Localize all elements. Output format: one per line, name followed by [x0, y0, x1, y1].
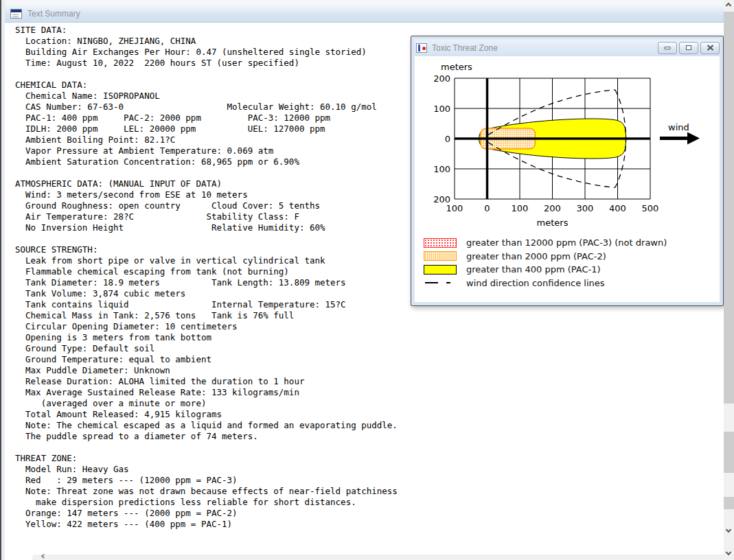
scroll-down-icon-outer[interactable]: [726, 550, 731, 555]
horizontal-scrollbar[interactable]: [32, 555, 724, 560]
plot-legend: greater than 12000 ppm (PAC-3) (not draw…: [424, 236, 667, 290]
svg-text:0: 0: [445, 134, 450, 144]
text-summary-titlebar[interactable]: Text Summary: [5, 5, 724, 23]
aloha-app-window: Text Summary SITE DATA: Location: NINGBO…: [0, 0, 734, 560]
legend-item-confidence: wind direction confidence lines: [424, 277, 667, 290]
y-axis-unit-label: meters: [441, 62, 472, 72]
svg-text:100: 100: [512, 203, 529, 213]
toxic-threat-zone-titlebar[interactable]: Toxic Threat Zone: [415, 39, 720, 56]
svg-text:0: 0: [484, 203, 490, 213]
text-summary-window-icon: [10, 9, 22, 19]
close-button[interactable]: [700, 42, 720, 54]
scroll-left-icon[interactable]: [41, 554, 46, 559]
threat-zone-chart-icon: [416, 43, 427, 53]
maximize-icon: [686, 45, 691, 50]
toxic-threat-zone-content: meters: [415, 56, 720, 302]
threat-zone-plot: meters: [415, 59, 720, 232]
vertical-scrollbar-segment[interactable]: [724, 432, 734, 473]
text-summary-title: Text Summary: [27, 9, 80, 19]
close-icon: [707, 45, 714, 51]
minimize-button[interactable]: [658, 42, 677, 54]
window-top-strip: [5, 0, 724, 5]
svg-text:200: 200: [544, 203, 561, 213]
y-tick-labels: 200 100 0 100 200: [433, 73, 450, 205]
wind-label: wind: [668, 122, 689, 132]
svg-text:100: 100: [433, 164, 450, 174]
pac1-swatch-icon: [424, 265, 457, 275]
pac2-swatch-icon: [424, 251, 457, 261]
vertical-scrollbar-segment-2[interactable]: [724, 497, 734, 509]
wind-arrow-icon: [660, 132, 700, 145]
legend-item-pac3: greater than 12000 ppm (PAC-3) (not draw…: [424, 236, 667, 250]
svg-text:500: 500: [642, 203, 659, 213]
text-summary-content: SITE DATA: Location: NINGBO, ZHEJIANG, C…: [15, 25, 398, 530]
legend-item-pac1: greater than 400 ppm (PAC-1): [424, 263, 667, 277]
scroll-up-icon[interactable]: [726, 3, 731, 8]
maximize-button[interactable]: [679, 42, 698, 54]
dashed-line-swatch-icon: [424, 278, 457, 288]
vertical-scrollbar[interactable]: [724, 0, 734, 560]
svg-text:200: 200: [433, 73, 450, 84]
toxic-threat-zone-title: Toxic Threat Zone: [432, 43, 656, 53]
svg-text:100: 100: [446, 203, 463, 213]
minimize-icon: [664, 47, 671, 49]
svg-text:400: 400: [609, 203, 626, 213]
svg-text:100: 100: [433, 104, 450, 114]
x-tick-labels: 100 0 100 200 300 400 500: [446, 203, 659, 213]
x-axis-unit-label: meters: [537, 218, 569, 228]
pac3-swatch-icon: [424, 238, 457, 248]
legend-item-pac2: greater than 2000 ppm (PAC-2): [424, 250, 667, 264]
svg-text:300: 300: [577, 203, 594, 213]
toxic-threat-zone-window: Toxic Threat Zone: [411, 36, 724, 306]
scroll-down-icon[interactable]: [726, 527, 731, 533]
vertical-scrollbar-thumb[interactable]: [724, 12, 734, 404]
